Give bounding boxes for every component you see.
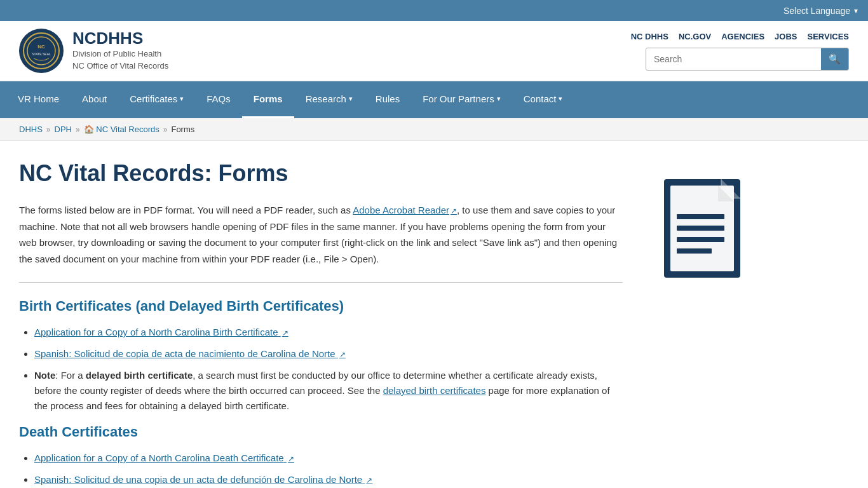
section-divider-1 — [19, 282, 623, 283]
page-title: NC Vital Records: Forms — [19, 160, 623, 187]
partners-dropdown-icon: ▾ — [497, 95, 501, 103]
sidebar-document-icon-area — [642, 160, 769, 488]
home-icon: 🏠 — [84, 125, 94, 134]
external-link-icon: ↗ — [451, 207, 457, 215]
external-link-icon: ↗ — [288, 454, 294, 463]
breadcrumb-dph[interactable]: DPH — [55, 125, 72, 134]
language-label: Select Language — [783, 6, 850, 16]
svg-rect-12 — [677, 237, 724, 242]
breadcrumb: DHHS » DPH » 🏠 NC Vital Records » Forms — [0, 118, 868, 141]
nav-for-our-partners[interactable]: For Our Partners ▾ — [411, 81, 512, 118]
nav-forms[interactable]: Forms — [242, 81, 294, 118]
contact-dropdown-icon: ▾ — [559, 95, 562, 103]
adobe-reader-link[interactable]: Adobe Acrobat Reader↗ — [353, 205, 457, 215]
list-item: Note: For a delayed birth certificate, a… — [34, 368, 623, 414]
list-item: Spanish: Solicitud de una copia de un ac… — [34, 472, 623, 487]
site-title-area: NCDHHS Division of Public Health NC Offi… — [72, 29, 168, 72]
death-form-list: Application for a Copy of a North Caroli… — [34, 451, 623, 487]
death-cert-spanish-link[interactable]: Spanish: Solicitud de una copia de un ac… — [34, 474, 372, 485]
certificates-dropdown-icon: ▾ — [180, 95, 184, 103]
delayed-birth-bold: delayed birth certificate — [86, 370, 193, 381]
svg-point-0 — [24, 33, 59, 69]
top-links: NC DHHS NC.GOV AGENCIES JOBS SERVICES — [631, 32, 849, 41]
site-subtitle-2: NC Office of Vital Records — [72, 60, 168, 72]
top-link-agencies[interactable]: AGENCIES — [721, 32, 764, 41]
site-name: NCDHHS — [72, 29, 168, 48]
svg-text:NC: NC — [37, 44, 45, 50]
main-content: NC Vital Records: Forms The forms listed… — [0, 141, 868, 488]
chevron-down-icon: ▾ — [854, 6, 858, 15]
breadcrumb-sep-2: » — [76, 125, 80, 134]
svg-rect-11 — [677, 226, 724, 231]
content-area: NC Vital Records: Forms The forms listed… — [19, 160, 642, 488]
svg-rect-10 — [677, 214, 724, 219]
nav-research[interactable]: Research ▾ — [294, 81, 364, 118]
external-link-icon: ↗ — [366, 476, 372, 485]
search-button[interactable]: 🔍 — [821, 48, 848, 70]
birth-form-list: Application for a Copy of a North Caroli… — [34, 325, 623, 414]
top-link-services[interactable]: SERVICES — [807, 32, 849, 41]
breadcrumb-forms-current: Forms — [171, 125, 194, 134]
note-text-1: : For a — [55, 370, 86, 381]
death-section-title: Death Certificates — [19, 424, 623, 440]
list-item: Application for a Copy of a North Caroli… — [34, 451, 623, 466]
logo-circle: NC STATE SEAL — [19, 29, 64, 73]
svg-text:STATE SEAL: STATE SEAL — [32, 52, 51, 56]
external-link-icon: ↗ — [339, 350, 346, 359]
birth-cert-link[interactable]: Application for a Copy of a North Caroli… — [34, 327, 288, 337]
delayed-birth-link[interactable]: delayed birth certificates — [383, 385, 486, 396]
ncdhhs-logo-icon: NC STATE SEAL — [22, 32, 60, 70]
external-link-icon: ↗ — [282, 329, 288, 337]
birth-cert-spanish-link[interactable]: Spanish: Solicitud de copia de acta de n… — [34, 348, 346, 359]
search-bar: 🔍 — [646, 48, 849, 71]
nav-contact[interactable]: Contact ▾ — [512, 81, 574, 118]
nav-faqs[interactable]: FAQs — [195, 81, 242, 118]
intro-paragraph: The forms listed below are in PDF format… — [19, 202, 623, 267]
breadcrumb-nc-vital-records[interactable]: 🏠 NC Vital Records — [84, 125, 159, 134]
research-dropdown-icon: ▾ — [349, 95, 353, 103]
logo-area: NC STATE SEAL NCDHHS Division of Public … — [19, 29, 168, 73]
svg-rect-13 — [677, 248, 712, 254]
death-cert-link[interactable]: Application for a Copy of a North Caroli… — [34, 452, 294, 463]
birth-section-title: Birth Certificates (and Delayed Birth Ce… — [19, 298, 623, 315]
language-bar: Select Language ▾ — [0, 0, 868, 21]
language-selector[interactable]: Select Language ▾ — [783, 6, 858, 16]
intro-text-1: The forms listed below are in PDF format… — [19, 205, 353, 215]
breadcrumb-dhhs[interactable]: DHHS — [19, 125, 43, 134]
search-input[interactable] — [646, 49, 821, 69]
nav-about[interactable]: About — [71, 81, 118, 118]
site-header: NC STATE SEAL NCDHHS Division of Public … — [0, 21, 868, 81]
document-icon — [651, 166, 759, 294]
main-nav: VR Home About Certificates ▾ FAQs Forms … — [0, 81, 868, 118]
nav-vr-home[interactable]: VR Home — [6, 81, 71, 118]
list-item: Spanish: Solicitud de copia de acta de n… — [34, 346, 623, 362]
breadcrumb-sep-3: » — [163, 125, 168, 134]
header-right: NC DHHS NC.GOV AGENCIES JOBS SERVICES 🔍 — [631, 32, 849, 71]
breadcrumb-sep-1: » — [46, 125, 51, 134]
list-item: Application for a Copy of a North Caroli… — [34, 325, 623, 340]
top-link-jobs[interactable]: JOBS — [775, 32, 797, 41]
top-link-ncgov[interactable]: NC.GOV — [679, 32, 711, 41]
site-subtitle-1: Division of Public Health — [72, 48, 168, 60]
nav-certificates[interactable]: Certificates ▾ — [118, 81, 195, 118]
nav-rules[interactable]: Rules — [364, 81, 411, 118]
note-prefix: Note — [34, 370, 55, 381]
top-link-ncdhhs[interactable]: NC DHHS — [631, 32, 668, 41]
